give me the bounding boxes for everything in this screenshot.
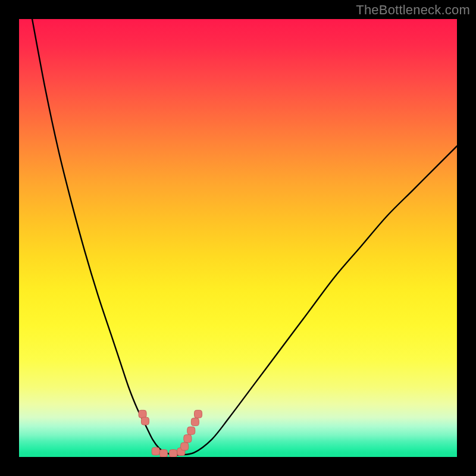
plot-area	[19, 19, 457, 457]
marker-point	[170, 450, 177, 457]
bottleneck-curve	[32, 19, 457, 455]
marker-point	[141, 417, 149, 425]
watermark-text: TheBottleneck.com	[356, 2, 470, 18]
marker-point	[159, 450, 167, 457]
marker-point	[139, 410, 146, 418]
marker-point	[187, 427, 195, 434]
marker-point	[181, 443, 189, 450]
marker-point	[184, 435, 192, 443]
marker-point	[152, 447, 159, 455]
curve-layer	[19, 19, 457, 457]
chart-stage: TheBottleneck.com	[0, 0, 476, 476]
marker-point	[191, 418, 199, 426]
highlighted-points	[139, 410, 202, 457]
marker-point	[195, 410, 202, 418]
